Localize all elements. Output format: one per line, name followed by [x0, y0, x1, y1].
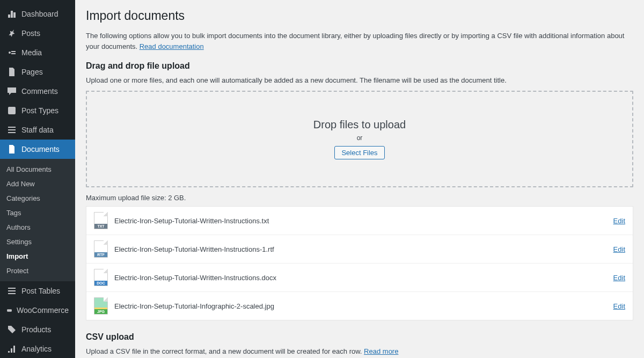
sidebar-submenu: All DocumentsAdd NewCategoriesTagsAuthor… — [0, 159, 75, 281]
sidebar-item-analytics[interactable]: Analytics — [0, 339, 75, 358]
submenu-item-import[interactable]: Import — [0, 249, 75, 264]
file-name: Electric-Iron-Setup-Tutorial-Infographic… — [114, 302, 613, 310]
analytics-icon — [6, 344, 17, 354]
products-icon — [6, 324, 17, 335]
dropzone-or: or — [313, 134, 406, 142]
page-title: Import documents — [86, 9, 633, 23]
csv-read-more-link[interactable]: Read more — [364, 347, 398, 355]
sidebar-item-dashboard[interactable]: Dashboard — [0, 4, 75, 24]
submenu-item-add-new[interactable]: Add New — [0, 177, 75, 191]
admin-sidebar: Dashboard Posts Media Pages Comments Pos… — [0, 0, 75, 358]
svg-rect-1 — [8, 107, 16, 114]
sidebar-item-pages[interactable]: Pages — [0, 62, 75, 82]
select-files-button[interactable]: Select Files — [334, 146, 384, 159]
file-icon: DOC — [94, 269, 108, 286]
edit-file-link[interactable]: Edit — [613, 245, 625, 253]
sidebar-item-label: Products — [21, 325, 51, 334]
sidebar-item-label: Posts — [21, 29, 40, 38]
sidebar-item-label: Staff data — [21, 126, 54, 134]
sidebar-item-post-tables[interactable]: Post Tables — [0, 281, 75, 301]
sidebar-item-documents[interactable]: Documents — [0, 140, 75, 159]
submenu-item-all-documents[interactable]: All Documents — [0, 162, 75, 177]
edit-file-link[interactable]: Edit — [613, 274, 625, 282]
file-name: Electric-Iron-Setup-Tutorial-Written-Ins… — [114, 274, 613, 282]
woo-icon — [6, 305, 12, 316]
dropzone-title: Drop files to upload — [313, 119, 406, 131]
posttypes-icon — [6, 105, 17, 116]
sidebar-item-label: Media — [21, 48, 42, 57]
uploaded-file-row: JPG Electric-Iron-Setup-Tutorial-Infogra… — [86, 292, 633, 320]
file-icon: JPG — [94, 297, 108, 315]
file-icon: RTF — [94, 240, 108, 258]
uploaded-file-list: TXT Electric-Iron-Setup-Tutorial-Written… — [86, 206, 633, 320]
sidebar-item-label: Post Tables — [21, 287, 60, 295]
intro-paragraph: The following options allow you to bulk … — [86, 31, 633, 52]
max-upload-size: Maximum upload file size: 2 GB. — [86, 194, 633, 202]
pages-icon — [6, 67, 17, 77]
comment-icon — [6, 86, 17, 97]
csv-upload-subtext: Upload a CSV file in the correct format,… — [86, 347, 633, 355]
list-icon — [6, 286, 17, 296]
edit-file-link[interactable]: Edit — [613, 302, 625, 310]
sidebar-item-post-types[interactable]: Post Types — [0, 101, 75, 120]
file-name: Electric-Iron-Setup-Tutorial-Written-Ins… — [114, 245, 613, 253]
pin-icon — [6, 28, 17, 39]
sidebar-item-label: WooCommerce — [17, 306, 69, 315]
document-icon — [6, 144, 17, 155]
file-icon: TXT — [94, 212, 108, 229]
submenu-item-protect[interactable]: Protect — [0, 264, 75, 278]
sidebar-item-comments[interactable]: Comments — [0, 82, 75, 101]
submenu-item-authors[interactable]: Authors — [0, 220, 75, 235]
sidebar-item-media[interactable]: Media — [0, 43, 75, 62]
sidebar-item-label: Dashboard — [21, 10, 58, 18]
uploaded-file-row: RTF Electric-Iron-Setup-Tutorial-Written… — [86, 235, 633, 264]
list-icon — [6, 125, 17, 135]
sidebar-item-label: Analytics — [21, 345, 52, 353]
sidebar-item-label: Comments — [21, 87, 58, 96]
dashboard-icon — [6, 9, 17, 19]
sidebar-item-label: Documents — [21, 145, 60, 154]
main-content: Import documents The following options a… — [75, 0, 644, 358]
sidebar-item-posts[interactable]: Posts — [0, 24, 75, 43]
svg-point-0 — [9, 52, 11, 54]
uploaded-file-row: DOC Electric-Iron-Setup-Tutorial-Written… — [86, 264, 633, 292]
sidebar-item-products[interactable]: Products — [0, 320, 75, 339]
file-dropzone[interactable]: Drop files to upload or Select Files — [86, 91, 633, 187]
csv-upload-heading: CSV upload — [86, 332, 633, 342]
drag-drop-subtext: Upload one or more files, and each one w… — [86, 76, 633, 84]
sidebar-item-label: Pages — [21, 68, 43, 76]
drag-drop-heading: Drag and drop file upload — [86, 61, 633, 71]
svg-rect-2 — [7, 309, 12, 311]
file-name: Electric-Iron-Setup-Tutorial-Written-Ins… — [114, 217, 613, 225]
submenu-item-tags[interactable]: Tags — [0, 206, 75, 220]
submenu-item-settings[interactable]: Settings — [0, 235, 75, 249]
sidebar-item-woocommerce[interactable]: WooCommerce — [0, 301, 75, 320]
uploaded-file-row: TXT Electric-Iron-Setup-Tutorial-Written… — [86, 207, 633, 235]
submenu-item-categories[interactable]: Categories — [0, 191, 75, 206]
sidebar-item-staff-data[interactable]: Staff data — [0, 120, 75, 140]
read-documentation-link[interactable]: Read documentation — [140, 42, 204, 50]
sidebar-item-label: Post Types — [21, 106, 58, 115]
edit-file-link[interactable]: Edit — [613, 217, 625, 225]
media-icon — [6, 47, 17, 58]
